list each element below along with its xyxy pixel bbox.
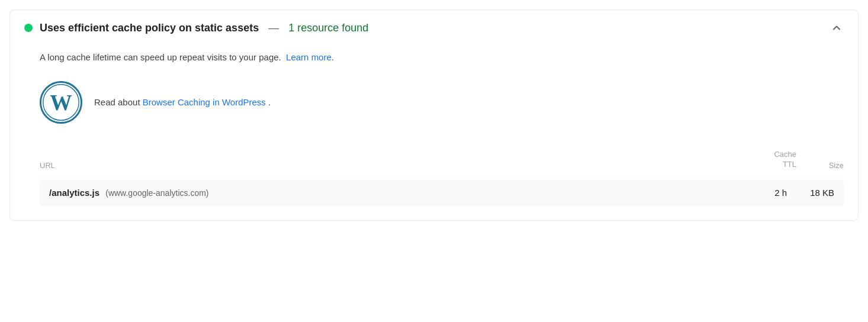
audit-card: Uses efficient cache policy on static as… [9, 9, 859, 221]
cell-size: 18 KB [787, 188, 834, 198]
wp-read-after: . [268, 97, 271, 107]
cell-url: /analytics.js (www.google-analytics.com) [49, 188, 728, 198]
audit-separator: — [268, 22, 279, 34]
status-dot-green [24, 24, 33, 32]
cell-url-path: /analytics.js [49, 188, 99, 198]
wp-description: Read about Browser Caching in WordPress … [94, 95, 271, 110]
resource-count: 1 resource found [288, 22, 368, 34]
description-text: A long cache lifetime can speed up repea… [40, 52, 281, 62]
col-header-cache-ttl: Cache TTL [737, 150, 796, 170]
col-header-url: URL [40, 161, 737, 170]
svg-text:W: W [50, 91, 72, 115]
audit-title: Uses efficient cache policy on static as… [40, 22, 259, 34]
wordpress-logo: W [40, 81, 82, 124]
audit-body: A long cache lifetime can speed up repea… [10, 46, 858, 220]
description: A long cache lifetime can speed up repea… [40, 50, 844, 65]
learn-more-link[interactable]: Learn more [286, 52, 332, 62]
wordpress-section: W Read about Browser Caching in WordPres… [40, 81, 844, 124]
wp-read-before: Read about [94, 97, 143, 107]
chevron-up-icon[interactable] [830, 21, 844, 35]
cell-url-domain: (www.google-analytics.com) [105, 188, 208, 198]
table-header: URL Cache TTL Size [40, 145, 844, 175]
table-row: /analytics.js (www.google-analytics.com)… [40, 179, 844, 206]
cell-cache-ttl: 2 h [728, 188, 787, 198]
audit-header-left: Uses efficient cache policy on static as… [24, 22, 368, 34]
wp-caching-link[interactable]: Browser Caching in WordPress [143, 97, 266, 107]
audit-header[interactable]: Uses efficient cache policy on static as… [10, 10, 858, 46]
resources-table: URL Cache TTL Size /analytics.js (www.go… [40, 145, 844, 206]
col-header-size: Size [796, 161, 844, 170]
